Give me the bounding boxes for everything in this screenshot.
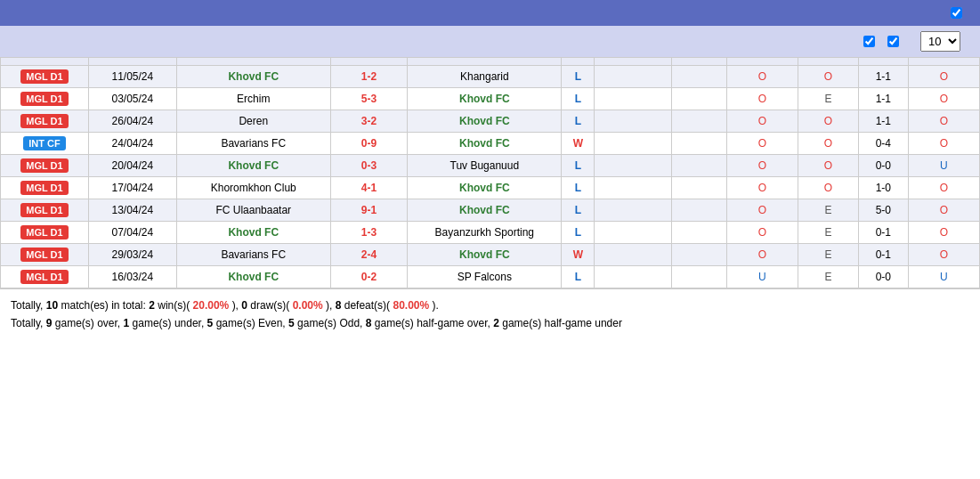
cell-team1: Bavarians FC (176, 133, 330, 155)
ou075-value: O (940, 204, 948, 216)
win-loss: L (575, 204, 581, 216)
team1-name: Khovd FC (228, 70, 279, 83)
team2-name: Bayanzurkh Sporting (435, 226, 534, 239)
team2-name: Khovd FC (459, 182, 510, 194)
cell-handicap (595, 110, 672, 133)
cell-team1: Khovd FC (176, 266, 330, 288)
team1-name: Khovd FC (228, 271, 279, 283)
win-loss: L (575, 159, 581, 172)
cell-result: 0-9 (330, 133, 408, 155)
cell-handicap (595, 244, 672, 266)
cell-team2: Khovd FC (408, 199, 562, 222)
col-header-date (88, 58, 176, 66)
team1-name: Bavarians FC (221, 137, 286, 150)
filter-bar: 5 10 15 20 All (0, 26, 980, 57)
match-result: 0-3 (361, 159, 377, 172)
table-row: MGL D1 29/03/24 Bavarians FC 2-4 Khovd F… (1, 244, 980, 266)
cell-oddeven: O (798, 110, 859, 133)
cell-team1: Khovd FC (176, 66, 330, 88)
win-loss: W (573, 137, 583, 150)
cell-handicap (595, 177, 672, 199)
cell-team1: Bavarians FC (176, 244, 330, 266)
display-notes-checkbox[interactable] (951, 7, 962, 19)
cell-wl: L (562, 110, 595, 133)
team2-name: Khangarid (460, 70, 509, 83)
match-result: 9-1 (361, 204, 377, 216)
match-badge: MGL D1 (20, 69, 68, 84)
cell-ht: 5-0 (859, 199, 909, 222)
cell-date: 16/03/24 (88, 266, 176, 288)
cell-odds (671, 177, 726, 199)
cell-handicap (595, 266, 672, 288)
cell-team2: Khovd FC (408, 177, 562, 199)
summary-over-label: game(s) over, (55, 317, 124, 329)
cell-oddeven: E (798, 244, 859, 266)
win-loss: L (575, 93, 581, 105)
summary-under-label: game(s) under, (133, 317, 207, 329)
cell-team1: Khovd FC (176, 155, 330, 177)
cell-team2: Khovd FC (408, 133, 562, 155)
match-badge: INT CF (23, 136, 65, 150)
cell-date: 13/04/24 (88, 199, 176, 222)
match-result: 2-4 (361, 248, 377, 261)
col-header-ou25 (726, 58, 798, 66)
cell-odds (671, 222, 726, 244)
cell-badge: MGL D1 (1, 88, 89, 110)
cell-ht: 1-1 (859, 110, 909, 133)
ou25-value: O (758, 204, 766, 216)
table-row: MGL D1 03/05/24 Erchim 5-3 Khovd FC L O … (1, 88, 980, 110)
mgld1-filter[interactable] (887, 36, 903, 47)
cell-odds (671, 266, 726, 288)
intcf-filter[interactable] (863, 36, 879, 47)
summary-pre1: Totally, (11, 299, 46, 312)
cell-team2: Khangarid (408, 66, 562, 88)
ou25-value: O (758, 226, 766, 239)
intcf-checkbox[interactable] (863, 36, 875, 47)
summary-mid3: ), (326, 299, 336, 312)
scores-table: MGL D1 11/05/24 Khovd FC 1-2 Khangarid L… (0, 57, 980, 288)
cell-ht: 1-1 (859, 66, 909, 88)
col-header-wl (562, 58, 595, 66)
cell-date: 07/04/24 (88, 222, 176, 244)
mgld1-checkbox[interactable] (887, 36, 899, 47)
cell-oddeven: O (798, 155, 859, 177)
team2-name: Khovd FC (459, 115, 510, 127)
cell-handicap (595, 199, 672, 222)
match-result: 3-2 (361, 115, 377, 127)
oddeven-value: E (825, 226, 832, 239)
cell-odds (671, 199, 726, 222)
ou25-value: O (758, 93, 766, 105)
win-loss: L (575, 70, 581, 83)
summary-wins: 2 (149, 299, 155, 312)
cell-badge: MGL D1 (1, 66, 89, 88)
cell-ou075: O (908, 199, 979, 222)
cell-result: 5-3 (330, 88, 408, 110)
col-header-ht (859, 58, 909, 66)
oddeven-value: O (824, 159, 832, 172)
ou25-value: O (758, 182, 766, 194)
ou25-value: O (758, 159, 766, 172)
cell-result: 4-1 (330, 177, 408, 199)
team1-name: Khoromkhon Club (211, 182, 296, 194)
match-result: 5-3 (361, 93, 377, 105)
col-header-team1 (176, 58, 330, 66)
win-loss: L (575, 226, 581, 239)
ou075-value: O (940, 115, 948, 127)
cell-ht: 1-1 (859, 88, 909, 110)
cell-wl: W (562, 244, 595, 266)
cell-team1: Deren (176, 110, 330, 133)
table-row: MGL D1 11/05/24 Khovd FC 1-2 Khangarid L… (1, 66, 980, 88)
games-select[interactable]: 5 10 15 20 All (920, 31, 960, 52)
summary-win-pct: 20.00% (193, 299, 230, 312)
cell-ou25: O (726, 66, 798, 88)
summary-draws-label: draw(s)( (250, 299, 289, 312)
summary-odd-label: game(s) Odd, (297, 317, 366, 329)
oddeven-value: O (824, 70, 832, 83)
match-badge: MGL D1 (20, 114, 68, 128)
team1-name: FC Ulaanbaatar (215, 204, 291, 216)
col-header-match (1, 58, 89, 66)
summary-end1: ). (433, 299, 439, 312)
oddeven-value: E (825, 271, 832, 283)
cell-result: 0-3 (330, 155, 408, 177)
col-header-odds (671, 58, 726, 66)
